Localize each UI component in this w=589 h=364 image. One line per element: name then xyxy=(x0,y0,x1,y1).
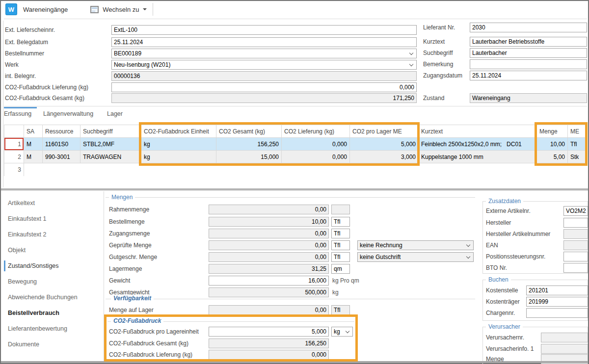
rechnung-status-combobox[interactable]: keine Rechnung xyxy=(357,240,474,250)
col-ressource-header[interactable]: Ressource xyxy=(43,125,80,138)
sidebar-item-dokumente[interactable]: Dokumente xyxy=(4,337,100,352)
chevron-down-icon[interactable] xyxy=(466,255,470,259)
tab-lager[interactable]: Lager xyxy=(107,110,123,117)
cell-sa[interactable]: M xyxy=(24,138,43,151)
cell-menge[interactable]: 10,00 xyxy=(537,138,568,151)
chevron-down-icon[interactable] xyxy=(346,329,349,333)
ext-lieferscheinnr-input[interactable]: ExtL-100 xyxy=(111,25,417,35)
co2-gesamt-header-input[interactable]: 171,250 xyxy=(111,93,417,103)
cell-co2-pro-lager[interactable]: 3,000 xyxy=(350,151,419,163)
kostenstelle-input[interactable]: 201201 xyxy=(526,286,588,295)
switch-to-button[interactable]: Wechseln zu xyxy=(90,6,146,13)
kostentraeger-input[interactable]: 201999 xyxy=(526,297,588,307)
cell-menge[interactable]: 5,00 xyxy=(537,151,568,163)
col-me-header[interactable]: ME xyxy=(568,125,587,138)
col-suchbegriff-header[interactable]: Suchbegriff xyxy=(80,125,141,138)
tab-laengenverwaltung[interactable]: Längenverwaltung xyxy=(43,110,93,117)
zugangsdatum-input[interactable]: 25.11.2024 xyxy=(470,71,587,80)
cell-sa[interactable]: M xyxy=(24,151,43,163)
sidebar-item-einkaufstext-1[interactable]: Einkaufstext 1 xyxy=(4,211,100,227)
werk-combobox[interactable]: Neu-Isenburg (W201) xyxy=(111,60,417,70)
row-number-cell[interactable]: 2 xyxy=(4,151,24,163)
lieferant-nr-input[interactable]: 2030 xyxy=(470,23,587,32)
sidebar-item-artikeltext[interactable]: Artikeltext xyxy=(4,195,100,211)
cell-suchbegriff[interactable]: TRAGWAGEN xyxy=(80,151,141,163)
kurztext-input[interactable]: Lauterbacher Betriebsstoffe xyxy=(470,37,587,47)
sidebar-item-zustand-sonstiges[interactable]: Zustand/Sonstiges xyxy=(4,258,100,274)
zugangsmenge-input[interactable]: 0,00 xyxy=(209,229,329,238)
cell-me[interactable]: Stk xyxy=(568,151,587,163)
cell-co2-pro-lager[interactable]: 5,000 xyxy=(350,138,419,151)
col-co2-pro-lager-header[interactable]: CO2 pro Lager ME xyxy=(350,125,419,138)
grid-row-1[interactable]: 1 M 11601S0 STBL2,0MF kg 156,250 0,000 5… xyxy=(4,138,587,151)
cell-suchbegriff[interactable]: STBL2,0MF xyxy=(80,138,141,151)
lagermenge-input[interactable]: 31,25 xyxy=(209,264,329,274)
cell-kurztext[interactable]: Kuppelstange 1000 mm xyxy=(419,151,537,163)
gewicht-input[interactable]: 16,000 xyxy=(209,276,329,286)
chevron-down-icon[interactable] xyxy=(466,243,470,247)
field-ext-lieferscheinnr: Ext. Lieferscheinnr. ExtL-100 xyxy=(5,25,417,35)
col-co2-lieferung-header[interactable]: CO2 Lieferung (kg) xyxy=(282,125,350,138)
col-menge-header[interactable]: Menge xyxy=(537,125,568,138)
sidebar-item-beistellverbrauch[interactable]: Beistellverbrauch xyxy=(4,305,100,321)
sidebar-item-einkaufstext-2[interactable]: Einkaufstext 2 xyxy=(4,227,100,242)
grid-row-2[interactable]: 2 M 990-3001 TRAGWAGEN kg 15,000 0,000 3… xyxy=(4,151,587,163)
cell-co2-einheit[interactable]: kg xyxy=(141,138,216,151)
cell-co2-einheit[interactable]: kg xyxy=(141,151,216,163)
rahmenmenge-input[interactable]: 0,00 xyxy=(209,205,329,214)
bestellnummer-combobox[interactable]: BE000189 xyxy=(111,49,417,58)
bto-nr-input[interactable] xyxy=(563,263,588,273)
bemerkung-input[interactable] xyxy=(470,59,587,69)
co2-pro-lagereinheit-input[interactable]: 5,000 xyxy=(209,327,329,337)
verursacherinfo-1-input[interactable] xyxy=(541,344,588,354)
hersteller-input[interactable] xyxy=(563,218,588,228)
cell-co2-lieferung[interactable]: 0,000 xyxy=(282,138,350,151)
chevron-down-icon[interactable] xyxy=(409,62,413,66)
suchbegriff-input[interactable]: Lauterbacher xyxy=(470,48,587,58)
co2-lieferung-detail-input[interactable]: 0,000 xyxy=(209,350,329,360)
col-rownum-header[interactable] xyxy=(4,125,24,138)
chargennr-input[interactable] xyxy=(526,308,588,318)
col-sa-header[interactable]: SA xyxy=(24,125,43,138)
co2-lieferung-header-input[interactable]: 0,000 xyxy=(111,82,417,92)
menge-auf-lager-input[interactable]: 0,00 xyxy=(209,305,329,315)
cell-ressource[interactable]: 11601S0 xyxy=(43,138,80,151)
ean-input[interactable] xyxy=(563,240,588,250)
gutschrift-status-combobox[interactable]: keine Gutschrift xyxy=(357,252,474,262)
co2-unit-combobox[interactable]: kg xyxy=(331,327,353,337)
sidebar-item-lieferantenbewertung[interactable]: Lieferantenbewertung xyxy=(4,321,100,337)
ext-belegdatum-input[interactable]: 25.11.2024 xyxy=(111,37,417,47)
tab-erfassung[interactable]: Erfassung xyxy=(4,110,31,117)
co2-gesamt-detail-input[interactable]: 156,250 xyxy=(209,338,329,348)
chevron-down-icon[interactable] xyxy=(409,51,413,55)
bestellmenge-input[interactable]: 10,00 xyxy=(209,217,329,227)
app-initial: W xyxy=(8,6,14,13)
gepruefte-menge-input[interactable]: 0,00 xyxy=(209,240,329,250)
buchen-group-title: Buchen xyxy=(486,276,511,283)
sidebar-item-abweichende-buchungen[interactable]: Abweichende Buchungen xyxy=(4,289,100,305)
grid-row-3[interactable]: 3 xyxy=(4,163,587,176)
col-co2-gesamt-header[interactable]: CO2 Gesamt (kg) xyxy=(216,125,282,138)
zustand-input[interactable]: Wareneingang xyxy=(470,93,587,103)
sidebar-item-bewegung[interactable]: Bewegung xyxy=(4,274,100,289)
gesamtgewicht-input[interactable]: 500,000 xyxy=(209,287,329,297)
verursachernr-input[interactable] xyxy=(541,333,588,342)
menge-auf-lager-unit: Tfl xyxy=(331,305,350,315)
hersteller-artikelnummer-input[interactable] xyxy=(563,229,588,239)
cell-co2-gesamt[interactable]: 156,250 xyxy=(216,138,282,151)
row-number-cell[interactable]: 1 xyxy=(4,138,24,151)
positionssteuerungsnr-input[interactable] xyxy=(563,252,588,261)
col-kurztext-header[interactable]: Kurztext xyxy=(419,125,537,138)
int-belegnr-input[interactable]: 00000136 xyxy=(111,71,417,81)
cell-me[interactable]: Tfl xyxy=(568,138,587,151)
externe-artikelnr-input[interactable]: VO2M2 xyxy=(563,206,588,216)
row-number-cell[interactable]: 3 xyxy=(4,163,24,176)
cell-co2-lieferung[interactable]: 0,000 xyxy=(282,151,350,163)
col-co2-einheit-header[interactable]: CO2-Fußabdruck Einheit xyxy=(141,125,216,138)
gutgeschr-menge-input[interactable]: 0,00 xyxy=(209,252,329,262)
cell-kurztext[interactable]: Feinblech 2500x1250x2,0 mm; DC01 xyxy=(419,138,537,151)
cell-ressource[interactable]: 990-3001 xyxy=(43,151,80,163)
field-lagermenge: Lagermenge 31,25 qm xyxy=(109,264,350,274)
cell-co2-gesamt[interactable]: 15,000 xyxy=(216,151,282,163)
sidebar-item-objekt[interactable]: Objekt xyxy=(4,242,100,258)
